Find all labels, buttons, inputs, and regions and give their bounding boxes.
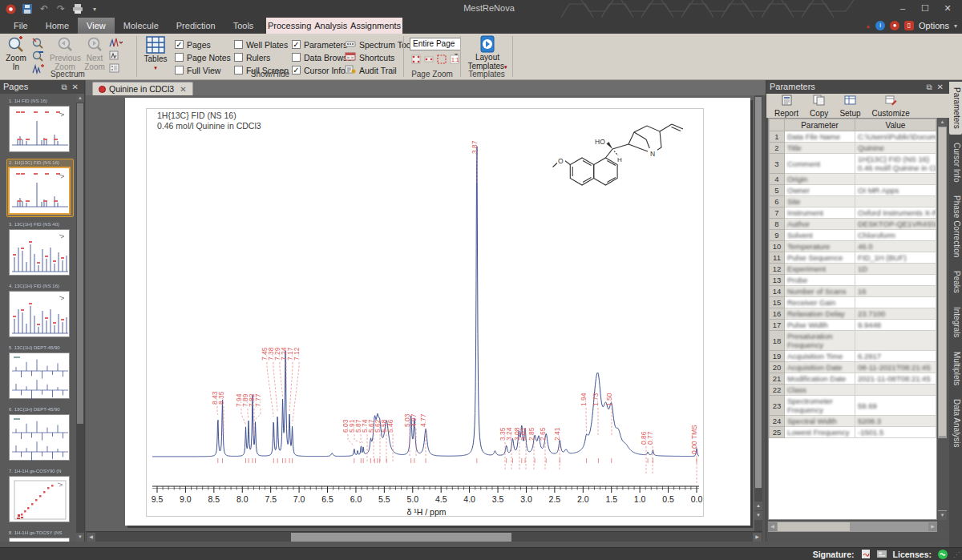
horizontal-scrollbar[interactable]: ◀ ▶	[86, 531, 762, 542]
next-zoom-button[interactable]: Next Zoom	[82, 36, 107, 71]
parameter-row-4[interactable]: 4Origin	[770, 174, 936, 185]
parameter-row-24[interactable]: 24Spectral Width5208.3	[770, 416, 936, 427]
zoom-region-icon[interactable]	[32, 38, 44, 49]
layout-templates-button[interactable]: Layout Templates▾	[467, 35, 508, 71]
parameter-row-13[interactable]: 13Probe	[770, 275, 936, 286]
page-thumbnail-image[interactable]	[9, 414, 70, 461]
page-thumbnail-1[interactable]: 1. 1H FID (NS 16)	[6, 97, 74, 155]
parameter-row-6[interactable]: 6Site	[770, 196, 936, 207]
redo-icon[interactable]: ↷	[55, 3, 67, 14]
fit-page-icon[interactable]	[437, 54, 447, 64]
peak-label-077[interactable]: 0.77	[646, 431, 654, 445]
menu-tab-tools[interactable]: Tools	[224, 18, 263, 34]
side-tab-phase-correction[interactable]: Phase Correction	[949, 190, 962, 263]
checkbox-pages[interactable]: ✓Pages	[175, 38, 231, 50]
minimize-button[interactable]: –	[891, 0, 914, 16]
checkbox-rulers[interactable]: Rulers	[234, 51, 289, 63]
checkbox-icon[interactable]: ✓	[292, 40, 301, 49]
parameters-vscrollbar[interactable]: ▲ ▼	[938, 118, 947, 520]
menu-tab-home[interactable]: Home	[37, 18, 78, 34]
parameter-row-17[interactable]: 17Pulse Width9.9448	[770, 320, 936, 331]
peak-label-302[interactable]: 3.02	[519, 427, 527, 441]
peak-label-712[interactable]: 7.12	[293, 347, 301, 361]
scroll-left-icon[interactable]: ◀	[768, 522, 777, 531]
checkbox-icon[interactable]	[234, 53, 243, 62]
menu-tab-molecule[interactable]: Molecule	[115, 18, 168, 34]
zoom-in-button[interactable]: Zoom In	[2, 36, 30, 71]
page-thumbnail-image[interactable]	[9, 353, 70, 399]
peak-label-477[interactable]: 4.77	[419, 413, 427, 427]
resize-grip[interactable]: ⋰	[953, 551, 960, 558]
page-thumbnail-6[interactable]: 6. 13C{1H} DEPT-45/90	[6, 405, 74, 464]
report-button[interactable]: Report	[774, 95, 798, 117]
license-status-icon[interactable]	[938, 550, 948, 559]
scroll-down-icon[interactable]: ▼	[76, 533, 84, 542]
checkbox-icon[interactable]: ✓	[175, 40, 184, 49]
parameter-row-8[interactable]: 8AuthorDESKTOP-QE1VR4S\XPulse	[770, 219, 936, 230]
parameter-row-7[interactable]: 7InstrumentOxford Instruments X-Pulse, S…	[770, 207, 936, 219]
record-icon[interactable]: ●	[890, 21, 899, 30]
side-tab-parameters[interactable]: Parameters	[949, 82, 962, 135]
menu-tab-analysis[interactable]: Analysis	[314, 18, 347, 34]
scroll-down-icon[interactable]: ▼	[938, 511, 947, 520]
menu-tab-view[interactable]: View	[78, 18, 115, 34]
help-icon[interactable]: ▯	[904, 21, 914, 30]
customize-button[interactable]: Customize	[872, 95, 910, 117]
page-thumbnail-image[interactable]	[9, 538, 70, 542]
page-thumbnail-image[interactable]	[9, 229, 70, 276]
parameter-row-23[interactable]: 23SpectrometerFrequency59.69	[770, 396, 936, 416]
peak-label-173[interactable]: 1.73	[592, 393, 600, 406]
peak-label-546[interactable]: 5.46	[386, 419, 394, 433]
parameters-table[interactable]: ParameterValue1Data File NameC:\Users\Pu…	[768, 118, 937, 520]
parameter-row-2[interactable]: 2TitleQuinine	[770, 143, 936, 154]
scroll-down-icon[interactable]: ▼	[754, 511, 762, 520]
scrollbar-thumb[interactable]	[755, 97, 762, 488]
scrollbar-track[interactable]	[938, 438, 947, 510]
parameter-row-12[interactable]: 12Experiment1D	[770, 264, 936, 275]
scrollbar-thumb[interactable]	[778, 522, 850, 531]
menu-tab-prediction[interactable]: Prediction	[168, 18, 224, 34]
parameter-row-16[interactable]: 16Relaxation Delay23.7100	[770, 308, 936, 320]
row-num-header[interactable]	[770, 119, 785, 131]
parameter-row-25[interactable]: 25Lowest Frequency-1501.5	[770, 427, 936, 438]
scrollbar-thumb[interactable]	[77, 103, 83, 424]
peak-label-265[interactable]: 2.65	[539, 427, 547, 441]
signature-doc-icon[interactable]	[861, 550, 871, 558]
page-thumbnail-7[interactable]: 7. 1H-1H gs-COSY90 (N	[6, 467, 74, 526]
parameter-row-22[interactable]: 22Class	[770, 385, 936, 396]
parameter-row-10[interactable]: 10Temperature46.0	[770, 241, 936, 252]
setup-button[interactable]: Setup	[839, 95, 860, 117]
parameter-row-14[interactable]: 14Number of Scans16	[770, 286, 936, 297]
parameter-row-15[interactable]: 15Receiver Gain	[770, 297, 936, 308]
peak-label-497[interactable]: 4.97	[410, 413, 418, 427]
zoom-100-icon[interactable]	[411, 54, 421, 64]
one-to-one-icon[interactable]: 1:1	[450, 54, 459, 64]
overlay-spectra-icon[interactable]	[109, 37, 123, 48]
copy-button[interactable]: Copy	[810, 95, 828, 117]
close-panel-icon[interactable]: ✕	[935, 80, 946, 94]
parameters-hscrollbar[interactable]: ◀ ▶	[768, 522, 937, 532]
parameter-row-9[interactable]: 9SolventChloroform	[770, 230, 936, 241]
molecule-structure[interactable]: O HO H N	[552, 114, 696, 200]
peak-label-777[interactable]: 7.77	[254, 393, 262, 407]
parameter-row-20[interactable]: 20Acquisition Date08-11-2021T08:21:45	[770, 362, 936, 373]
menu-tab-file[interactable]: File	[5, 18, 37, 34]
peak-label-324[interactable]: 3.24	[505, 427, 513, 441]
parameter-row-19[interactable]: 19Acquisition Time6.2917	[770, 351, 936, 362]
checkbox-well-plates[interactable]: Well Plates	[234, 38, 289, 50]
scrollbar-thumb[interactable]	[939, 127, 946, 436]
peak-label-835[interactable]: 8.35	[217, 391, 225, 405]
parameter-row-1[interactable]: 1Data File NameC:\Users\Public\Documents…	[770, 131, 936, 143]
page-thumbnail-image[interactable]	[9, 106, 70, 152]
vertical-scrollbar[interactable]: ▲ ▼	[754, 95, 762, 531]
value-column-header[interactable]: Value	[855, 119, 936, 131]
page-thumbnail-4[interactable]: 4. 13C{1H} FID (NS 16)	[6, 282, 74, 340]
scroll-up-icon[interactable]: ▲	[76, 94, 84, 103]
scroll-up-icon[interactable]: ▲	[938, 118, 947, 127]
options-menu[interactable]: Options	[919, 21, 949, 30]
undo-icon[interactable]: ↶	[38, 3, 50, 14]
peak-label-194[interactable]: 1.94	[580, 393, 588, 406]
qat-dropdown-icon[interactable]: ▾	[89, 3, 100, 14]
checkbox-icon[interactable]	[175, 53, 184, 62]
page-thumbnail-5[interactable]: 5. 13C{1H} DEPT-45/90	[6, 344, 74, 402]
